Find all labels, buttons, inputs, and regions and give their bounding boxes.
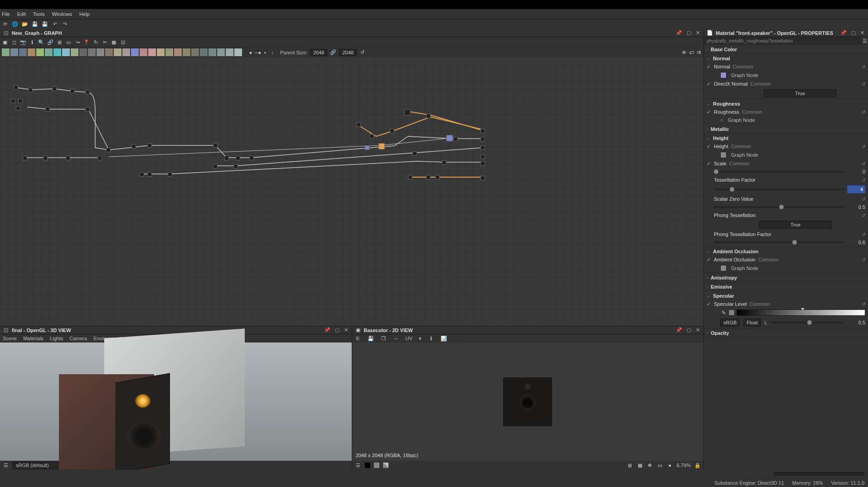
graph-output-node[interactable] [480,137,485,141]
graph-node[interactable] [442,160,446,165]
graph-node[interactable] [404,109,411,116]
check-icon[interactable]: ✓ [707,161,711,167]
graph-node[interactable] [408,175,412,179]
maximize-icon[interactable]: ▢ [686,327,692,333]
node-normal[interactable] [122,48,130,56]
pin-icon[interactable]: 📌 [675,30,683,36]
graph-output-node[interactable] [480,145,485,150]
reset-icon[interactable]: ↺ [862,232,865,237]
reset-icon[interactable]: ↺ [862,257,865,262]
view3d-menu-scene[interactable]: Scene [3,336,17,341]
graph-node[interactable] [131,144,136,149]
bg-black[interactable] [365,463,370,468]
graph-node-link[interactable]: Graph Node [726,117,755,123]
node-dirblur[interactable] [53,48,61,56]
section-height[interactable]: ⌄Height [704,134,868,142]
arrow-icon[interactable]: ↪ [74,39,81,45]
graph-node[interactable] [43,156,48,160]
graph-node[interactable] [224,156,229,160]
node-hsl[interactable] [105,48,113,56]
zoom-icon[interactable]: 🔍 [38,39,44,45]
eyedropper-icon[interactable]: ✎ [720,309,727,316]
dot2-icon[interactable]: ● [667,462,673,468]
menu-edit[interactable]: Edit [17,11,26,17]
graph-node[interactable] [14,85,18,90]
node-shape[interactable] [209,48,216,56]
refresh-icon[interactable]: ⟳ [2,21,8,28]
tile-icon[interactable]: ▦ [637,462,643,468]
graph-node[interactable] [28,88,33,92]
reset-size-icon[interactable]: ↺ [359,49,366,56]
menu-file[interactable]: File [2,11,10,17]
graph-node[interactable] [213,143,218,148]
bg-gray[interactable] [374,463,379,468]
align-icon[interactable]: ▦ [111,39,117,45]
reset-icon[interactable]: ↺ [862,302,865,307]
graph-node[interactable] [147,172,152,177]
view3d-menu-lights[interactable]: Lights [50,336,63,341]
parent-size-w[interactable]: 2048 [310,49,327,56]
graph-node[interactable] [70,89,75,93]
check-icon[interactable]: ✓ [707,301,711,307]
menu-tools[interactable]: Tools [33,11,45,17]
graph-node[interactable] [213,164,218,169]
node-normal2[interactable] [131,48,139,56]
radio-icon[interactable]: ○ [720,117,723,123]
graph-node[interactable] [85,107,90,111]
float-button[interactable]: Float [743,318,761,327]
phong-factor-slider[interactable] [714,241,844,243]
check-icon[interactable]: ✓ [707,257,711,263]
pin-icon[interactable]: 📌 [675,327,683,333]
info2-icon[interactable]: ℹ [428,335,434,342]
check-icon[interactable]: ✓ [707,144,711,149]
graph-canvas[interactable] [0,57,703,326]
graph-node[interactable] [233,164,238,169]
section-ao[interactable]: ⌄Ambient Occlusion [704,247,868,256]
lock-icon[interactable]: 🔒 [694,462,701,468]
select-icon[interactable]: ◻ [11,39,17,45]
node-svg2[interactable] [200,48,208,56]
graph-node[interactable] [446,135,453,141]
node-splatter[interactable] [234,48,242,56]
graph-node[interactable] [249,156,254,160]
graph-node[interactable] [23,156,27,160]
timing-icon[interactable]: 👁 [681,49,687,56]
node-grayscale[interactable] [79,48,87,56]
grid-icon[interactable]: ⊞ [627,462,633,468]
node-tile2[interactable] [226,48,233,56]
pin-icon[interactable]: 📌 [839,30,848,36]
reset-icon[interactable]: ↺ [862,178,865,183]
view3d-menu-materials[interactable]: Materials [23,336,44,341]
close-icon[interactable]: ✕ [343,327,349,333]
group-icon[interactable]: ⊞ [56,39,63,45]
maximize-icon[interactable]: ▢ [334,327,340,333]
reset-icon[interactable]: ↺ [862,197,865,202]
uv-label[interactable]: UV [406,336,412,341]
node-levels[interactable] [97,48,104,56]
reset-icon[interactable]: ↺ [862,144,865,149]
bg-checker[interactable] [383,463,388,468]
layers-icon[interactable]: ☰ [3,462,9,468]
split-icon[interactable]: ↔ [393,335,399,342]
input-icon[interactable]: ─● [255,49,261,56]
check-icon[interactable]: ✓ [707,64,711,70]
node-tile[interactable] [217,48,225,56]
section-opacity[interactable]: ›Opacity [704,328,868,337]
node-text[interactable] [28,48,35,56]
pin-icon[interactable]: 📌 [323,327,331,333]
tessellation-value[interactable]: 4 [847,185,865,193]
graph-node[interactable] [356,122,361,127]
node-blend[interactable] [36,48,44,56]
node-blur[interactable] [45,48,53,56]
view2d-viewport[interactable]: 2048 x 2048 (RGBA, 16bpc) [352,342,704,461]
node-pixelproc[interactable] [183,48,190,56]
node-uniform-color[interactable] [2,48,10,56]
ruler-icon[interactable]: ▭ [657,462,663,468]
close-icon[interactable]: ✕ [695,30,701,36]
crop-icon[interactable]: ⊡ [120,39,126,45]
graph-output-node[interactable] [480,154,485,159]
graph-node[interactable] [426,175,431,179]
graph-node[interactable] [97,156,102,160]
phong-toggle[interactable]: True [759,221,832,229]
histogram-icon[interactable]: 📊 [441,335,447,342]
